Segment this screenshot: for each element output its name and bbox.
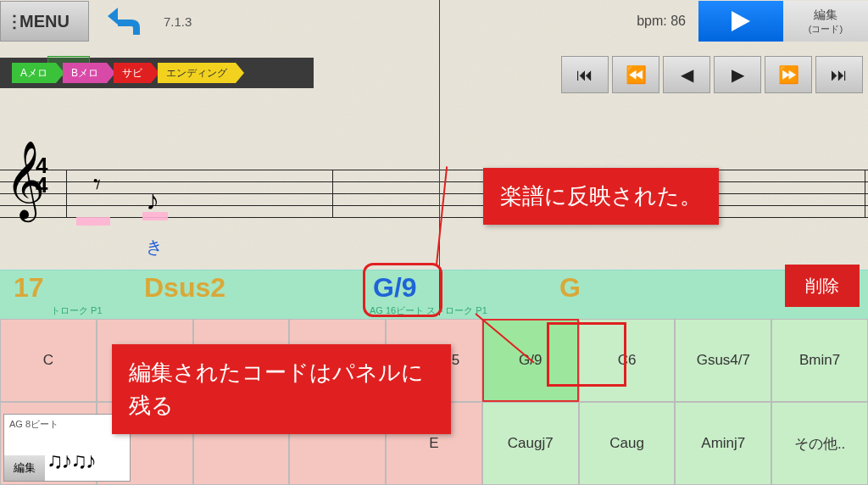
chord-cell[interactable]: その他..	[771, 402, 868, 485]
section-tags: AメロBメロサビエンディング	[0, 58, 314, 88]
edit-mode-sub: (コード)	[809, 23, 843, 36]
section-tag[interactable]: エンディング	[158, 63, 236, 83]
callout-top: 楽譜に反映された。	[483, 168, 719, 225]
undo-icon	[106, 3, 147, 36]
section-tag[interactable]: Bメロ	[63, 63, 107, 83]
play-icon	[728, 9, 754, 33]
ff-button[interactable]: ⏩	[765, 56, 812, 93]
highlight-chord	[363, 263, 442, 317]
chord-cell[interactable]: Caug	[579, 402, 676, 485]
chord-cell[interactable]: Caugj7	[482, 402, 579, 485]
staff-area[interactable]: 𝄞 44 𝄾 ♪ き	[0, 161, 868, 237]
delete-button[interactable]: 削除	[785, 265, 860, 307]
staff-lines	[0, 170, 868, 229]
mini-notes-icon: ♫♪♫♪	[47, 448, 95, 474]
rewind-button[interactable]: ⏪	[612, 56, 659, 93]
chord-cell[interactable]: Gsus4/7	[675, 319, 771, 402]
version-label: 7.1.3	[164, 14, 192, 29]
edit-mode-label: 編集	[814, 8, 837, 23]
undo-button[interactable]	[106, 3, 147, 40]
section-tag[interactable]: サビ	[114, 63, 151, 83]
mini-edit-button[interactable]: 編集	[4, 455, 45, 481]
lyric-text: き	[146, 236, 163, 259]
edit-mode-button[interactable]: 編集 (コード)	[783, 1, 868, 42]
pattern-label: トローク P1	[51, 304, 103, 317]
section-tag[interactable]: Aメロ	[12, 63, 56, 83]
chord-label[interactable]: G	[559, 272, 581, 304]
top-toolbar: MENU 7.1.3 bpm: 86 編集 (コード)	[0, 0, 868, 42]
chord-cell[interactable]: C	[0, 319, 97, 402]
highlight-grid-cell	[547, 322, 626, 387]
callout-bottom: 編集されたコードはパネルに残る	[112, 344, 451, 434]
next-button[interactable]: ▶	[714, 56, 761, 93]
chord-cell[interactable]: Bmin7	[771, 319, 868, 402]
first-button[interactable]: ⏮	[561, 56, 609, 93]
play-button[interactable]	[698, 1, 783, 42]
chord-label[interactable]: Dsus2	[144, 272, 225, 304]
bpm-label: bpm: 86	[637, 14, 686, 29]
prev-button[interactable]: ◀	[663, 56, 710, 93]
chord-label[interactable]: 17	[14, 272, 44, 304]
transport-controls: ⏮ ⏪ ◀ ▶ ⏩ ⏭	[561, 56, 863, 93]
time-signature: 44	[36, 156, 47, 196]
last-button[interactable]: ⏭	[815, 56, 863, 93]
mini-pattern-label: AG 8ビート	[9, 418, 58, 431]
chord-cell[interactable]: Aminj7	[675, 402, 771, 485]
menu-button[interactable]: MENU	[0, 1, 89, 42]
